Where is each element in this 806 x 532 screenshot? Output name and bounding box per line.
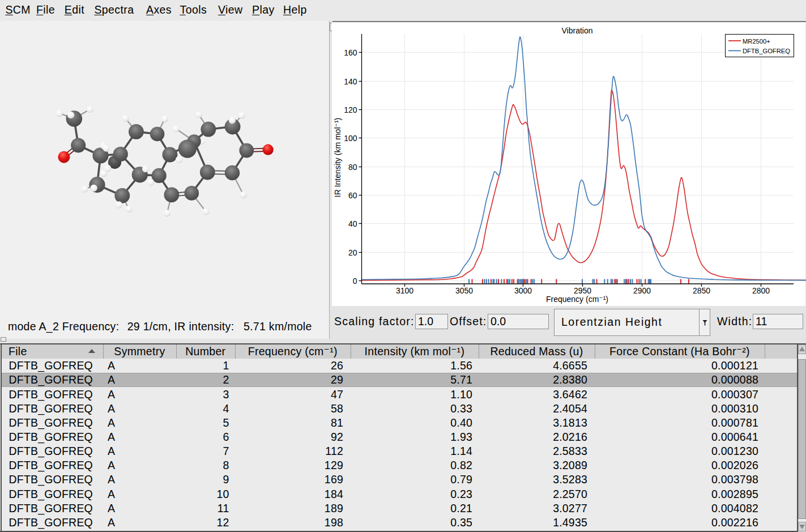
svg-text:MR2500+: MR2500+ (743, 38, 770, 45)
svg-text:2900: 2900 (633, 286, 651, 295)
svg-text:100: 100 (344, 134, 357, 143)
svg-text:140: 140 (344, 77, 357, 86)
svg-text:80: 80 (348, 163, 357, 172)
svg-text:DFTB_GOFREQ: DFTB_GOFREQ (743, 48, 790, 54)
svg-text:3050: 3050 (455, 286, 473, 295)
svg-text:2850: 2850 (693, 286, 710, 295)
svg-text:IR Intensity (km mol⁻¹): IR Intensity (km mol⁻¹) (333, 118, 342, 197)
svg-text:160: 160 (344, 48, 357, 57)
svg-text:120: 120 (344, 105, 357, 114)
svg-text:Frequency (cm⁻¹): Frequency (cm⁻¹) (546, 295, 608, 304)
svg-text:40: 40 (348, 219, 357, 228)
svg-text:3100: 3100 (396, 286, 413, 295)
svg-text:3000: 3000 (514, 286, 532, 295)
svg-text:60: 60 (348, 191, 357, 200)
svg-text:Vibration: Vibration (561, 26, 592, 35)
svg-text:20: 20 (348, 248, 357, 257)
svg-text:0: 0 (353, 276, 357, 286)
svg-text:2950: 2950 (574, 286, 591, 295)
svg-text:2800: 2800 (752, 286, 770, 295)
